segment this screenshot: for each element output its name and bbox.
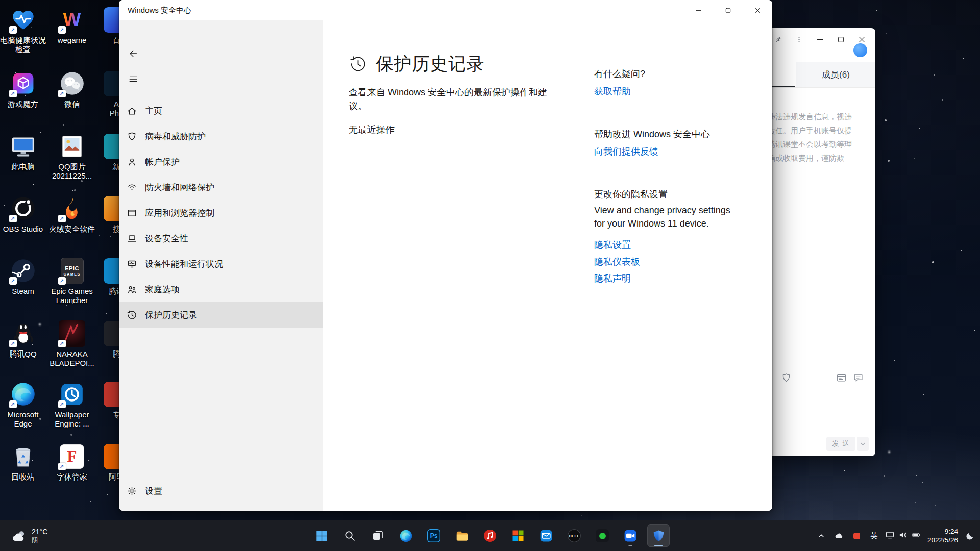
taskbar-green-app-button[interactable] [591,524,614,547]
titlebar: Windows 安全中心 [119,0,772,20]
sidebar-item-home[interactable]: 主页 [119,98,323,123]
page-header: 保护历史记录 [349,52,484,76]
sidebar-item-label: 防火墙和网络保护 [145,182,214,193]
desktop-icon-qq-image[interactable]: QQ图片20211225... [48,132,96,181]
desktop-icon-label: wegame [58,36,87,45]
desktop-icon-naraka[interactable]: ↗NARAKABLADEPOI... [48,319,96,368]
member-card-icon[interactable] [836,372,847,383]
empty-state-text: 无最近操作 [349,123,395,136]
music-icon [483,529,497,542]
sidebar-item-label: 应用和浏览器控制 [145,207,214,219]
sidebar-item-firewall[interactable]: 防火墙和网络保护 [119,174,323,200]
desktop-icon-epic[interactable]: EPICGAMES↗Epic GamesLauncher [48,256,96,305]
page-description: 查看来自 Windows 安全中心的最新保护操作和建议。 [349,86,549,113]
desktop-icon-this-pc[interactable]: 此电脑 [0,132,47,171]
sidebar-item-account[interactable]: 帐户保护 [119,149,323,174]
sidebar-item-device-health[interactable]: 设备性能和运行状况 [119,251,323,277]
taskbar-start-button[interactable] [310,524,333,547]
shortcut-arrow-icon: ↗ [58,26,66,34]
desktop-icon-steam[interactable]: ↗Steam [0,256,47,296]
naraka-icon: ↗ [58,319,87,348]
menu-button[interactable] [126,71,141,87]
taskbar-dell-button[interactable]: DELL [563,524,585,547]
sidebar-item-device-security[interactable]: 设备安全性 [119,226,323,251]
desktop-icon-recycle-bin[interactable]: 回收站 [0,442,47,482]
desktop-icon-wechat[interactable]: ↗微信 [48,69,96,109]
desktop-icon-game-cube[interactable]: ↗游戏魔方 [0,69,47,109]
minimize-button[interactable] [683,0,713,20]
desktop-icon-pc-health[interactable]: ↗电脑健康状况检查 [0,5,47,54]
taskbar-photoshop-button[interactable]: Ps [423,524,445,547]
cloud-tray-icon[interactable] [834,529,845,542]
desktop-icon-wegame[interactable]: W↗wegame [48,5,96,45]
send-button[interactable]: 发 送 [826,437,855,451]
screen: ↗电脑健康状况检查W↗wegame百↗游戏魔方↗微信APho此电脑QQ图片202… [0,0,980,551]
desktop-icon-label: QQ图片20211225... [52,162,92,181]
side-maximize-button[interactable] [835,33,847,45]
taskbar-windows-security-button[interactable] [647,524,670,547]
sidebar-item-label: 保护历史记录 [145,309,197,321]
taskbar-file-explorer-button[interactable] [451,524,473,547]
desktop-icon-font-manager[interactable]: F↗字体管家 [48,442,96,482]
pin-icon[interactable] [772,33,784,45]
ime-language-indicator[interactable]: 英 [869,531,879,541]
sidebar-item-label: 主页 [145,105,162,117]
cloudy-weather-icon [11,530,27,542]
desktop-icon-label: 微信 [64,99,80,109]
side-minimize-button[interactable] [814,33,826,45]
taskbar-music-button[interactable] [479,524,501,547]
sidebar-item-settings[interactable]: 设置 [119,478,323,504]
chat-bubble-icon[interactable] [852,372,864,383]
sidebar-item-history[interactable]: 保护历史记录 [119,302,323,328]
desktop-icon-wallpaper-engine[interactable]: ↗WallpaperEngine: ... [48,380,96,429]
tray-expand-chevron-icon[interactable] [816,529,827,542]
clock[interactable]: 9:24 2022/5/26 [927,527,958,544]
do-not-disturb-moon-icon[interactable] [965,529,976,542]
desktop-icon-label: 火绒安全软件 [49,224,95,234]
system-indicators[interactable] [886,531,921,541]
desktop-icon-edge[interactable]: ↗MicrosoftEdge [0,380,47,429]
privacy-link-0[interactable]: 隐私设置 [594,239,747,251]
history-icon [127,310,137,320]
desktop-icon-label: 电脑健康状况检查 [0,36,46,54]
notice-line: 责任。用户手机账号仅提 [768,123,875,137]
taskbar-mail-button[interactable] [535,524,557,547]
clock-date: 2022/5/26 [927,536,958,544]
notice-line: 信或收取费用，谨防欺 [768,151,875,165]
taskbar-meeting-button[interactable] [619,524,642,547]
steam-icon: ↗ [9,256,38,285]
gear-icon [127,486,137,496]
send-options-caret[interactable] [857,437,869,451]
desktop-icon-obs[interactable]: ↗OBS Studio [0,194,47,234]
feedback-link[interactable]: 向我们提供反馈 [594,146,747,157]
page-title: 保护历史记录 [376,52,484,76]
home-icon [127,106,137,116]
back-button[interactable] [126,46,141,61]
taskbar-task-view-button[interactable] [366,524,389,547]
desktop-icon-qq[interactable]: ↗腾讯QQ [0,319,47,359]
sidebar-item-virus-shield[interactable]: 病毒和威胁防护 [119,123,323,149]
privacy-link-2[interactable]: 隐私声明 [594,273,747,284]
tab-members[interactable]: 成员(6) [796,62,875,87]
taskbar-search-icon [344,530,356,542]
antivirus-tray-icon[interactable] [851,529,863,542]
taskbar-search-button[interactable] [338,524,361,547]
taskbar-edge-button[interactable] [395,524,417,547]
privacy-link-1[interactable]: 隐私仪表板 [594,256,747,267]
this-pc-icon [9,132,38,161]
more-options-icon[interactable] [793,33,805,45]
mute-shield-icon[interactable] [780,372,792,383]
account-icon [127,157,137,167]
close-button[interactable] [743,0,772,20]
task-view-icon [372,530,384,542]
weather-widget[interactable]: 21°C 阴 [5,523,54,548]
maximize-button[interactable] [713,0,743,20]
sidebar-item-family[interactable]: 家庭选项 [119,277,323,302]
get-help-link[interactable]: 获取帮助 [594,86,747,97]
privacy-links: 隐私设置隐私仪表板隐私声明 [594,239,747,284]
taskbar-app-grid-button[interactable] [507,524,529,547]
shortcut-arrow-icon: ↗ [58,463,66,470]
sidebar-item-app-browser[interactable]: 应用和浏览器控制 [119,200,323,226]
flame-icon: ↗ [58,194,87,223]
desktop-icon-huorong[interactable]: ↗火绒安全软件 [48,194,96,234]
